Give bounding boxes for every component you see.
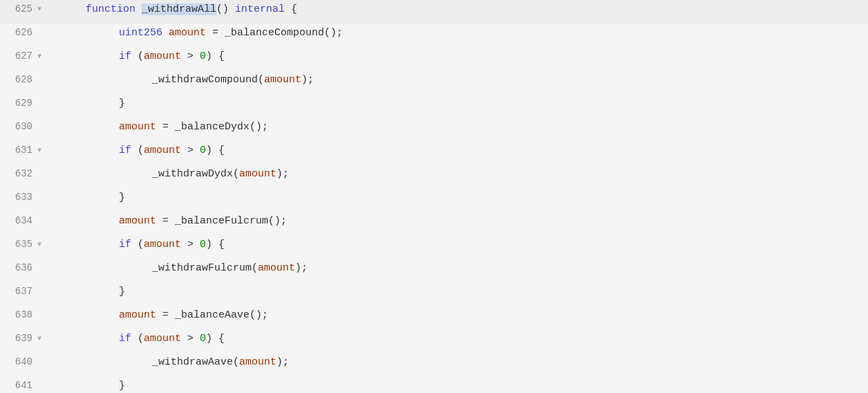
code-line: 625▼function _withdrawAll() internal { (0, 0, 868, 24)
variable-token: amount (144, 239, 181, 250)
text-token: ) { (206, 333, 225, 345)
code-content: uint256 amount = _balanceCompound(); (47, 24, 343, 42)
code-content: } (47, 94, 125, 113)
code-line: 640▼_withdrawAave(amount); (0, 353, 868, 376)
line-number: 630▼ (0, 118, 47, 136)
line-number: 632▼ (0, 165, 47, 183)
text-token: _withdrawCompound( (152, 74, 264, 86)
text-token (162, 27, 169, 39)
line-number: 627▼ (0, 48, 47, 66)
text-token: } (119, 192, 125, 203)
keyword-token: function (86, 3, 135, 15)
code-line: 628▼_withdrawCompound(amount); (0, 71, 868, 94)
code-content: amount = _balanceFulcrum(); (47, 212, 287, 230)
variable-token: amount (264, 74, 301, 86)
text-token: ) { (206, 51, 225, 62)
code-content: } (47, 376, 125, 393)
fold-arrow-icon[interactable]: ▼ (35, 333, 41, 345)
fold-arrow-icon[interactable]: ▼ (35, 145, 41, 156)
text-token: } (119, 286, 125, 298)
text-token: = _balanceAave(); (156, 309, 268, 321)
code-content: if (amount > 0) { (47, 141, 225, 160)
text-token: = _balanceCompound(); (206, 27, 343, 39)
number-token: 0 (200, 51, 206, 62)
text-token: > (181, 239, 200, 250)
text-token: _withdrawFulcrum( (152, 262, 258, 274)
number-token: 0 (200, 145, 206, 156)
code-content: } (47, 282, 125, 301)
text-token (135, 3, 142, 15)
code-content: if (amount > 0) { (47, 235, 225, 254)
line-number: 639▼ (0, 330, 47, 348)
code-line: 638▼amount = _balanceAave(); (0, 306, 868, 329)
text-token: ( (131, 239, 144, 250)
text-token: ); (301, 74, 314, 86)
code-content: if (amount > 0) { (47, 47, 225, 66)
variable-token: amount (144, 145, 181, 156)
code-content: _withdrawAave(amount); (47, 353, 289, 372)
keyword-token: internal (235, 3, 285, 15)
text-token: } (119, 98, 125, 109)
line-number: 634▼ (0, 212, 47, 230)
text-token: { (285, 3, 297, 15)
variable-token: amount (169, 27, 206, 39)
code-line: 631▼if (amount > 0) { (0, 141, 868, 165)
text-token: > (181, 145, 200, 156)
code-line: 629▼} (0, 94, 868, 118)
fold-arrow-icon[interactable]: ▼ (35, 51, 41, 62)
text-token: > (181, 333, 200, 345)
code-line: 634▼amount = _balanceFulcrum(); (0, 212, 868, 235)
number-token: 0 (200, 333, 206, 345)
variable-token: amount (239, 356, 276, 368)
line-number: 629▼ (0, 95, 47, 113)
code-line: 627▼if (amount > 0) { (0, 47, 868, 71)
fold-arrow-icon[interactable]: ▼ (35, 4, 41, 15)
text-token: ); (276, 168, 289, 180)
keyword-token: uint256 (119, 27, 162, 39)
line-number: 631▼ (0, 142, 47, 160)
keyword-token: if (119, 239, 131, 250)
text-token: ( (131, 333, 144, 345)
variable-token: amount (258, 262, 295, 274)
variable-token: amount (239, 168, 276, 180)
line-number: 638▼ (0, 307, 47, 325)
line-number: 625▼ (0, 1, 47, 19)
text-token: ( (131, 51, 144, 62)
code-content: amount = _balanceDydx(); (47, 118, 268, 136)
text-token: ) { (206, 145, 225, 156)
code-line: 636▼_withdrawFulcrum(amount); (0, 259, 868, 282)
code-content: function _withdrawAll() internal { (47, 0, 297, 19)
line-number: 641▼ (0, 377, 47, 393)
fold-arrow-icon[interactable]: ▼ (35, 239, 41, 250)
code-line: 637▼} (0, 282, 868, 306)
variable-token: amount (119, 121, 156, 133)
text-token: = _balanceFulcrum(); (156, 215, 287, 227)
line-number: 628▼ (0, 71, 47, 89)
line-number: 640▼ (0, 354, 47, 372)
line-number: 635▼ (0, 236, 47, 254)
line-number: 633▼ (0, 189, 47, 207)
code-line: 626▼uint256 amount = _balanceCompound(); (0, 24, 868, 47)
text-token: () (216, 3, 235, 15)
text-token: = _balanceDydx(); (156, 121, 268, 133)
text-token: ); (276, 356, 289, 368)
text-token: ) { (206, 239, 225, 250)
code-content: if (amount > 0) { (47, 329, 225, 348)
code-content: } (47, 188, 125, 207)
code-line: 639▼if (amount > 0) { (0, 329, 868, 353)
line-number: 637▼ (0, 283, 47, 301)
code-line: 633▼} (0, 188, 868, 212)
variable-token: amount (119, 309, 156, 321)
code-content: _withdrawCompound(amount); (47, 71, 314, 89)
keyword-token: if (119, 51, 131, 62)
line-number: 636▼ (0, 259, 47, 277)
text-token: } (119, 380, 125, 392)
variable-token: amount (144, 51, 181, 62)
line-number: 626▼ (0, 24, 47, 42)
code-line: 635▼if (amount > 0) { (0, 235, 868, 259)
code-line: 632▼_withdrawDydx(amount); (0, 165, 868, 188)
code-content: amount = _balanceAave(); (47, 306, 268, 325)
keyword-token: if (119, 333, 131, 345)
text-token: > (181, 51, 200, 62)
number-token: 0 (200, 239, 206, 250)
